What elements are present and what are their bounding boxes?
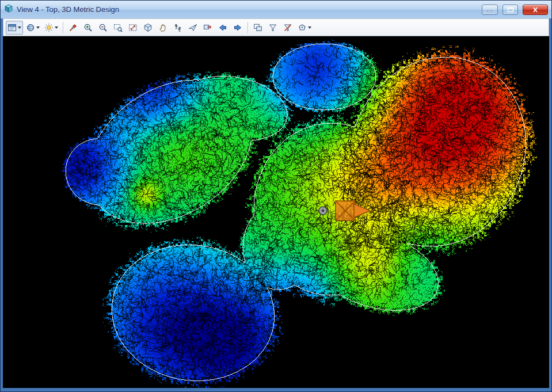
display-style-button[interactable] bbox=[24, 21, 41, 35]
zoom-in-button[interactable] bbox=[81, 21, 95, 35]
fly-icon bbox=[188, 23, 197, 32]
placement-marker[interactable]: Y bbox=[296, 180, 383, 226]
dropdown-arrow-icon bbox=[55, 26, 58, 29]
saved-views-icon bbox=[298, 23, 307, 32]
fit-view-button[interactable] bbox=[126, 21, 140, 35]
zoom-out-icon bbox=[98, 23, 108, 32]
display-style-icon bbox=[26, 23, 35, 32]
clip-mask-button[interactable] bbox=[281, 21, 295, 35]
pan-view-icon bbox=[158, 23, 167, 32]
close-button[interactable] bbox=[523, 5, 548, 15]
window-area-button[interactable] bbox=[111, 21, 125, 35]
view-window: View 4 - Top, 3D Metric Design Y bbox=[0, 0, 552, 392]
toolbar-separator bbox=[248, 22, 248, 33]
terrain-canvas[interactable] bbox=[3, 36, 549, 388]
close-icon bbox=[531, 7, 539, 13]
update-view-button[interactable] bbox=[66, 21, 80, 35]
zoom-out-button[interactable] bbox=[96, 21, 110, 35]
fit-view-icon bbox=[128, 23, 138, 32]
update-view-icon bbox=[68, 23, 78, 32]
clip-volume-icon bbox=[268, 23, 277, 32]
maximize-button[interactable] bbox=[502, 5, 518, 15]
minimize-icon bbox=[486, 7, 493, 13]
walk-button[interactable] bbox=[171, 21, 185, 35]
adjust-brightness-button[interactable] bbox=[43, 21, 60, 35]
clip-mask-icon bbox=[283, 23, 292, 32]
copy-view-button[interactable] bbox=[251, 21, 265, 35]
navigate-view-icon bbox=[203, 23, 212, 32]
rotate-view-icon bbox=[143, 23, 153, 32]
y-axis-label: Y bbox=[326, 189, 330, 197]
dropdown-arrow-icon bbox=[36, 26, 40, 29]
minimize-button[interactable] bbox=[482, 5, 498, 15]
saved-views-button[interactable] bbox=[296, 21, 313, 35]
walk-icon bbox=[173, 23, 182, 32]
window-title: View 4 - Top, 3D Metric Design bbox=[17, 5, 119, 14]
window-area-icon bbox=[113, 23, 123, 32]
origin-dot-icon bbox=[322, 210, 325, 212]
direction-arrow-icon bbox=[354, 204, 370, 218]
fly-button[interactable] bbox=[186, 21, 200, 35]
copy-view-icon bbox=[253, 23, 262, 32]
toolbar-separator bbox=[63, 22, 63, 33]
dropdown-arrow-icon bbox=[18, 26, 21, 29]
viewport[interactable]: Y bbox=[3, 36, 549, 388]
view-attributes-button[interactable] bbox=[6, 21, 23, 35]
titlebar[interactable]: View 4 - Top, 3D Metric Design bbox=[1, 1, 551, 18]
view-previous-icon bbox=[218, 23, 227, 32]
view-next-button[interactable] bbox=[231, 21, 245, 35]
rotate-view-button[interactable] bbox=[141, 21, 155, 35]
zoom-in-icon bbox=[83, 23, 93, 32]
app-icon bbox=[4, 4, 13, 16]
view-previous-button[interactable] bbox=[216, 21, 230, 35]
view-attributes-icon bbox=[7, 23, 17, 32]
maximize-icon bbox=[507, 7, 514, 13]
cell-marker[interactable] bbox=[336, 201, 370, 220]
pan-view-button[interactable] bbox=[156, 21, 170, 35]
adjust-brightness-icon bbox=[44, 23, 54, 32]
clip-volume-button[interactable] bbox=[266, 21, 280, 35]
navigate-view-button[interactable] bbox=[201, 21, 215, 35]
view-next-icon bbox=[233, 23, 242, 32]
dropdown-arrow-icon bbox=[308, 26, 311, 29]
view-toolbar bbox=[3, 18, 549, 36]
